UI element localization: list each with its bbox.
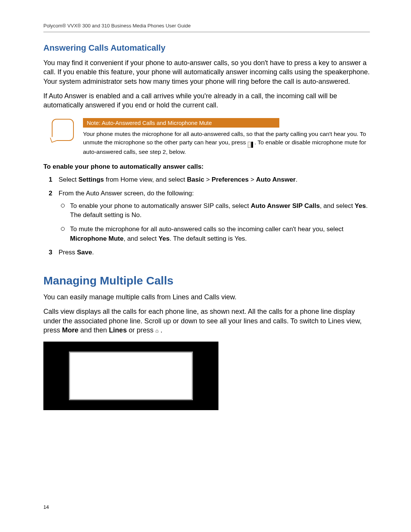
- instruction-step: 3 Press Save.: [43, 248, 370, 257]
- note-block: Note: Auto-Answered Calls and Microphone…: [52, 118, 370, 156]
- step-text: from Home view, and select: [104, 176, 187, 183]
- step-bold: Preferences: [212, 176, 249, 183]
- step-number: 3: [49, 248, 52, 257]
- step-text: Press: [59, 249, 77, 256]
- sub-list: To enable your phone to automatically an…: [59, 201, 370, 244]
- page-number: 14: [43, 504, 49, 510]
- step-bold: Yes: [158, 235, 169, 242]
- step-text: Select: [59, 176, 78, 183]
- step-number: 2: [49, 189, 52, 198]
- step-bold: Settings: [78, 176, 104, 183]
- note-title: Note: Auto-Answered Calls and Microphone…: [83, 118, 279, 128]
- mute-button-icon: [248, 139, 255, 148]
- step-bold: Microphone Mute: [70, 235, 124, 242]
- body-paragraph: You may find it convenient if your phone…: [43, 58, 370, 86]
- instruction-step: 2 From the Auto Answer screen, do the fo…: [43, 189, 370, 243]
- section-heading-answering: Answering Calls Automatically: [43, 43, 370, 53]
- step-text: To mute the microphone for all auto-answ…: [70, 225, 344, 233]
- home-key-icon: ⌂: [155, 327, 158, 334]
- step-bold: Auto Answer SIP Calls: [251, 202, 320, 209]
- step-number: 1: [49, 175, 52, 185]
- body-text: and then: [78, 326, 109, 334]
- body-paragraph: You can easily manage multiple calls fro…: [43, 292, 370, 302]
- step-bold: Save: [77, 249, 92, 256]
- section-heading-managing: Managing Multiple Calls: [43, 274, 370, 287]
- header-rule: [43, 32, 370, 32]
- body-text: .: [159, 326, 162, 334]
- body-paragraph: Calls view displays all the calls for ea…: [43, 307, 370, 335]
- instruction-heading: To enable your phone to automatically an…: [43, 163, 370, 171]
- step-bold: Yes: [355, 202, 366, 209]
- body-paragraph: If Auto Answer is enabled and a call arr…: [43, 91, 370, 110]
- step-text: >: [249, 176, 256, 183]
- instruction-step: 1 Select Settings from Home view, and se…: [43, 175, 370, 185]
- step-bold: Basic: [187, 176, 204, 183]
- phone-screen: [69, 351, 193, 400]
- step-text: . The default setting is Yes.: [170, 235, 247, 242]
- phone-screenshot: [43, 342, 218, 410]
- note-icon: [52, 119, 74, 141]
- body-bold: More: [62, 326, 78, 334]
- sub-item: To enable your phone to automatically an…: [59, 201, 370, 220]
- step-bold: Auto Answer: [256, 176, 296, 183]
- step-text: From the Auto Answer screen, do the foll…: [59, 190, 194, 197]
- step-text: >: [204, 176, 212, 183]
- step-text: .: [92, 249, 94, 256]
- sub-item: To mute the microphone for all auto-answ…: [59, 225, 370, 243]
- step-text: .: [296, 176, 298, 183]
- doc-header: Polycom® VVX® 300 and 310 Business Media…: [43, 23, 370, 29]
- step-text: To enable your phone to automatically an…: [70, 202, 251, 209]
- note-body: Your phone mutes the microphone for all …: [83, 130, 370, 156]
- body-text: or press: [127, 326, 155, 334]
- step-text: , and select: [320, 202, 355, 209]
- step-text: , and select: [124, 235, 159, 242]
- instruction-list: 1 Select Settings from Home view, and se…: [43, 175, 370, 257]
- body-bold: Lines: [109, 326, 127, 334]
